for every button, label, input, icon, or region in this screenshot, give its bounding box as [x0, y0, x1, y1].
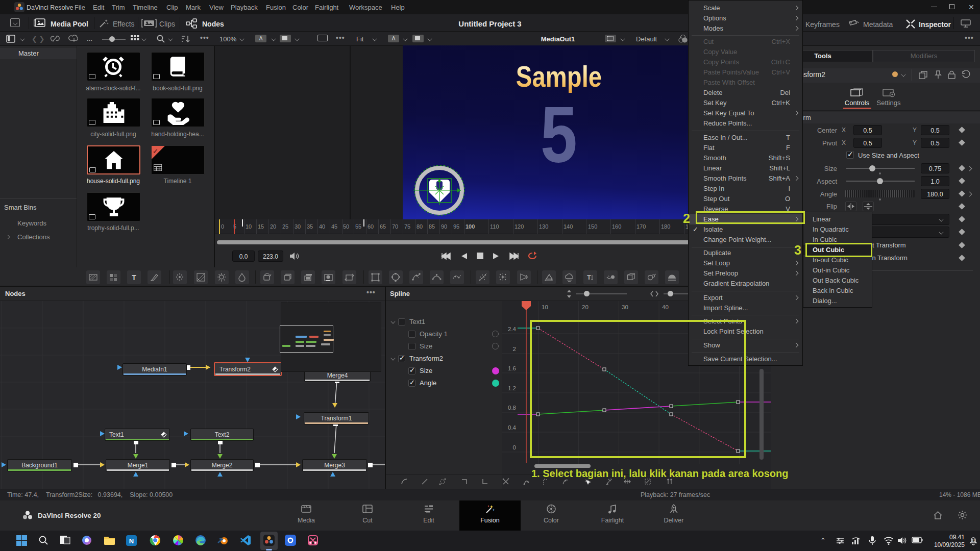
svg-text:20: 20: [582, 304, 589, 310]
svg-text:10: 10: [542, 304, 548, 310]
svg-text:1.2: 1.2: [508, 385, 516, 391]
svg-text:1.6: 1.6: [508, 365, 516, 371]
svg-text:T: T: [587, 273, 591, 281]
svg-text:40: 40: [662, 304, 669, 310]
svg-text:0: 0: [513, 444, 516, 450]
svg-text:2: 2: [513, 346, 516, 352]
svg-text:0.8: 0.8: [508, 405, 516, 411]
svg-text:2.4: 2.4: [508, 326, 517, 332]
svg-text:30: 30: [622, 304, 628, 310]
svg-text:0.4: 0.4: [508, 424, 517, 431]
svg-text:N: N: [129, 537, 134, 545]
svg-text:31: 31: [971, 539, 975, 542]
svg-text:T: T: [132, 273, 136, 282]
